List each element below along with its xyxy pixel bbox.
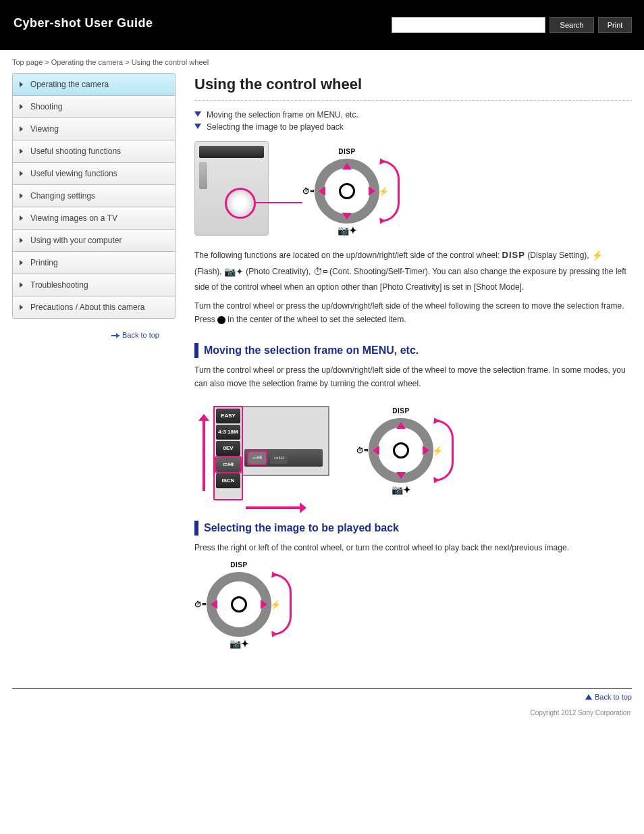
wheel-label-disp: DISP (392, 407, 409, 415)
timer-burst-icon: ⏱▭ (356, 446, 368, 454)
menu-item: 4:3 18M (216, 425, 240, 440)
sidebar-back-wrap: Back to top (12, 330, 176, 340)
sidebar-item-precautions[interactable]: Precautions / About this camera (13, 296, 175, 318)
page-title: Using the control wheel (194, 76, 632, 101)
arrow-left-icon (373, 446, 379, 455)
control-wheel-diagram: DISP ⚡ ⏱▭ 📷✦ (194, 560, 284, 649)
flash-icon: ⚡ (591, 248, 603, 264)
timer-burst-icon: ⏱▭ (313, 264, 327, 280)
paragraph-menu-move: Turn the control wheel or press the up/d… (194, 363, 632, 391)
arrow-down-icon (396, 472, 406, 479)
breadcrumb-section[interactable]: Operating the camera (51, 58, 123, 66)
arrow-right-icon (109, 333, 119, 338)
rotate-arrow-icon (435, 419, 454, 481)
app-title: Cyber-shot User Guide (14, 16, 153, 30)
heading-bar-icon (194, 343, 198, 358)
arrow-left-icon (211, 600, 217, 609)
back-to-top-link[interactable]: Back to top (109, 331, 159, 339)
menu-item: iSCN (216, 473, 240, 488)
jump-links: Moving the selection frame on MENU, etc.… (194, 109, 632, 133)
menu-option: ▭Lo (270, 452, 288, 464)
heading-bar-icon (194, 521, 198, 536)
photo-creativity-icon: 📷✦ (224, 264, 244, 280)
menu-item-selected: ▭HI (216, 457, 240, 472)
wheel-label-disp: DISP (338, 148, 355, 155)
rotate-arrow-icon (381, 160, 400, 222)
jump-link-menu[interactable]: Moving the selection frame on MENU, etc. (194, 109, 632, 121)
menu-sub-row: ▭HI ▭Lo (244, 449, 323, 467)
camera-body-illustration (194, 141, 269, 236)
arrow-left-icon (319, 186, 325, 196)
copyright: Copyright 2012 Sony Corporation (0, 706, 644, 730)
figure-playback-wheel: DISP ⚡ ⏱▭ 📷✦ (194, 560, 632, 649)
heading-playback-select: Selecting the image to be played back (194, 521, 632, 536)
breadcrumb: Top page > Operating the camera > Using … (0, 50, 644, 69)
sidebar-item-troubleshoot[interactable]: Troubleshooting (13, 274, 175, 296)
lcd-menu-illustration: EASY 4:3 18M 0EV ▭HI iSCN ▭HI ▭Lo (194, 396, 336, 504)
menu-item: 0EV (216, 441, 240, 456)
heading-menu-frame: Moving the selection frame on MENU, etc. (194, 343, 632, 358)
photo-creativity-icon: 📷✦ (392, 484, 411, 495)
sidebar-item-viewing[interactable]: Viewing (13, 118, 175, 140)
sidebar-item-shooting[interactable]: Shooting (13, 96, 175, 118)
sidebar-item-tv[interactable]: Viewing images on a TV (13, 207, 175, 230)
jump-link-playback[interactable]: Selecting the image to be played back (194, 121, 632, 133)
arrow-right-icon (423, 446, 429, 455)
photo-creativity-icon: 📷✦ (230, 638, 249, 649)
back-to-top-bottom-link[interactable]: Back to top (585, 693, 632, 701)
search-button[interactable]: Search (549, 17, 594, 33)
top-bar: Cyber-shot User Guide Search Print (0, 0, 644, 50)
horizontal-arrows-icon (246, 503, 304, 513)
control-wheel-diagram: DISP ⚡ ⏱▭ 📷✦ (356, 406, 446, 495)
paragraph-functions: The following functions are located on t… (194, 248, 632, 294)
search-group: Search Print (392, 17, 632, 33)
wheel-label-disp: DISP (230, 561, 247, 569)
callout-line-icon (255, 202, 302, 203)
disp-icon: DISP (502, 250, 525, 260)
vertical-arrows-icon (198, 417, 209, 491)
center-button-icon (217, 316, 225, 324)
sidebar-item-printing[interactable]: Printing (13, 252, 175, 274)
sidebar-nav: Operating the camera Shooting Viewing Us… (12, 73, 176, 319)
sidebar-item-computer[interactable]: Using with your computer (13, 230, 175, 252)
arrow-right-icon (369, 186, 375, 196)
sidebar-item-useful-view[interactable]: Useful viewing functions (13, 163, 175, 185)
arrow-up-icon (342, 163, 352, 170)
control-wheel-highlight-icon (225, 188, 256, 219)
paragraph-playback: Press the right or left of the control w… (194, 541, 632, 554)
figure-menu-wheel: EASY 4:3 18M 0EV ▭HI iSCN ▭HI ▭Lo (194, 396, 632, 504)
photo-creativity-icon: 📷✦ (338, 225, 357, 236)
sidebar-column: Operating the camera Shooting Viewing Us… (12, 73, 176, 654)
menu-option-selected: ▭HI (248, 452, 266, 464)
print-button[interactable]: Print (598, 17, 632, 33)
sidebar-item-useful-shoot[interactable]: Useful shooting functions (13, 140, 175, 163)
sidebar-item-operating[interactable]: Operating the camera (13, 74, 175, 96)
sidebar-item-settings[interactable]: Changing settings (13, 185, 175, 207)
arrow-down-icon (342, 213, 352, 219)
timer-burst-icon: ⏱▭ (302, 187, 314, 195)
arrow-right-icon (261, 600, 267, 609)
search-input[interactable] (392, 17, 545, 33)
breadcrumb-current: Using the control wheel (132, 58, 209, 66)
paragraph-press-center: Turn the control wheel or press the up/d… (194, 299, 632, 327)
breadcrumb-top[interactable]: Top page (12, 58, 43, 66)
arrow-up-icon (396, 422, 406, 429)
rotate-arrow-icon (273, 573, 292, 635)
main-content: Using the control wheel Moving the selec… (194, 73, 632, 654)
control-wheel-diagram: DISP ⚡ ⏱▭ 📷✦ (302, 147, 392, 236)
figure-camera-wheel: DISP ⚡ ⏱▭ 📷✦ (194, 141, 397, 242)
page-footer-nav: Back to top (12, 688, 632, 701)
menu-item: EASY (216, 409, 240, 423)
timer-burst-icon: ⏱▭ (194, 600, 206, 608)
